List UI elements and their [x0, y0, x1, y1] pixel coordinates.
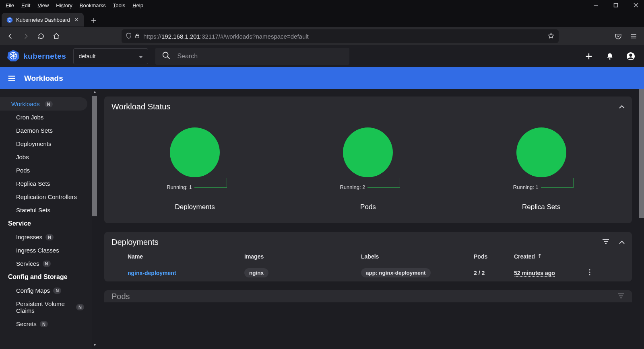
- menu-view[interactable]: View: [34, 2, 52, 9]
- col-name[interactable]: Name: [128, 253, 244, 260]
- nav-back-button[interactable]: [4, 30, 17, 43]
- url-bar[interactable]: https://192.168.1.201:32117/#/workloads?…: [122, 29, 559, 43]
- menu-file[interactable]: File: [2, 2, 17, 9]
- window-maximize-button[interactable]: [610, 1, 621, 10]
- menu-history[interactable]: History: [53, 2, 75, 9]
- badge-n: N: [45, 101, 53, 107]
- sidebar-section-service: Service: [0, 217, 92, 230]
- search-box[interactable]: [155, 48, 349, 65]
- new-tab-button[interactable]: [88, 14, 100, 27]
- collapse-card-icon[interactable]: [619, 239, 625, 246]
- url-text: https://192.168.1.201:32117/#/workloads?…: [143, 33, 309, 40]
- sidebar-item-jobs[interactable]: Jobs: [0, 150, 92, 164]
- card-title: Workload Status: [111, 102, 170, 111]
- card-deployments: Deployments Name Images Labels Pods: [104, 232, 632, 281]
- sidebar-item-statefulsets[interactable]: Stateful Sets: [0, 203, 92, 217]
- sidebar-item-replicasets[interactable]: Replica Sets: [0, 177, 92, 190]
- image-chip: nginx: [244, 268, 268, 277]
- menu-help[interactable]: Help: [129, 2, 147, 9]
- nav-drawer-toggle[interactable]: [6, 72, 18, 84]
- pods-cell: 2 / 2: [474, 270, 514, 276]
- table-header: Name Images Labels Pods Created: [104, 249, 632, 264]
- donut-legend: Running: 1: [167, 184, 192, 190]
- sidebar-item-label: Secrets: [16, 320, 37, 327]
- nav-reload-button[interactable]: [35, 30, 47, 43]
- svg-line-22: [167, 57, 170, 59]
- user-account-icon[interactable]: [626, 52, 635, 61]
- sidebar-item-pods[interactable]: Pods: [0, 164, 92, 177]
- row-actions-kebab-icon[interactable]: [589, 270, 590, 277]
- sidebar-item-label: Cron Jobs: [16, 114, 43, 121]
- svg-rect-8: [136, 35, 139, 38]
- donut-legend: Running: 1: [513, 184, 539, 190]
- filter-icon[interactable]: [602, 239, 609, 246]
- sidebar-item-workloads[interactable]: Workloads N: [0, 97, 87, 111]
- browser-navbar: https://192.168.1.201:32117/#/workloads?…: [0, 27, 644, 45]
- label-chip: app: nginx-deployment: [361, 268, 431, 277]
- deployment-link[interactable]: nginx-deployment: [128, 270, 244, 276]
- scroll-up-icon[interactable]: ▴: [92, 89, 97, 96]
- sidebar-item-cronjobs[interactable]: Cron Jobs: [0, 111, 92, 124]
- filter-icon[interactable]: [617, 293, 625, 300]
- app-menu-icon[interactable]: [627, 30, 640, 43]
- brand[interactable]: kubernetes: [7, 49, 66, 63]
- search-input[interactable]: [176, 52, 343, 60]
- sidebar-item-replicationcontrollers[interactable]: Replication Controllers: [0, 190, 92, 203]
- donut-label: Deployments: [175, 203, 215, 211]
- window-close-button[interactable]: [630, 1, 642, 10]
- search-icon: [162, 51, 171, 61]
- sidebar-item-label: Replication Controllers: [16, 193, 77, 200]
- sidebar-section-config: Config and Storage: [0, 270, 92, 284]
- pocket-icon[interactable]: [612, 30, 625, 43]
- menu-bookmarks[interactable]: Bookmarks: [76, 2, 109, 9]
- table-row[interactable]: nginx-deployment nginx app: nginx-deploy…: [104, 264, 632, 281]
- sidebar-item-daemonsets[interactable]: Daemon Sets: [0, 124, 92, 137]
- tab-close-icon[interactable]: ✕: [74, 16, 79, 23]
- donut-legend: Running: 2: [340, 184, 365, 190]
- svg-marker-4: [7, 17, 13, 23]
- col-images[interactable]: Images: [244, 253, 361, 260]
- sidebar-item-ingressclasses[interactable]: Ingress Classes: [0, 244, 92, 257]
- card-title: Deployments: [111, 238, 159, 247]
- svg-rect-1: [614, 4, 618, 7]
- sidebar-item-secrets[interactable]: Secrets N: [0, 317, 92, 331]
- namespace-value: default: [78, 53, 95, 60]
- card-workload-status: Workload Status Running: 1: [104, 96, 632, 223]
- browser-menubar: File Edit View History Bookmarks Tools H…: [0, 0, 644, 10]
- nav-forward-button[interactable]: [19, 30, 32, 43]
- window-minimize-button[interactable]: [590, 1, 601, 10]
- bookmark-star-icon[interactable]: [547, 32, 555, 41]
- scroll-down-icon[interactable]: ▾: [92, 343, 97, 349]
- main-content: Workload Status Running: 1: [97, 89, 639, 349]
- menu-edit[interactable]: Edit: [18, 2, 33, 9]
- sidebar-item-label: Pods: [16, 167, 30, 174]
- sidebar-item-ingresses[interactable]: Ingresses N: [0, 230, 92, 244]
- create-resource-button[interactable]: [584, 52, 593, 61]
- sidebar-item-label: Ingress Classes: [16, 247, 59, 254]
- notifications-icon[interactable]: [605, 52, 614, 61]
- svg-point-25: [609, 58, 610, 60]
- collapse-card-icon[interactable]: [619, 104, 625, 110]
- sidebar-scrollbar[interactable]: ▴ ▾: [92, 89, 97, 349]
- page-header-bar: Workloads: [0, 67, 644, 89]
- namespace-select[interactable]: default: [73, 48, 148, 64]
- sidebar-item-services[interactable]: Services N: [0, 257, 92, 270]
- nav-home-button[interactable]: [50, 30, 63, 43]
- sidebar-item-deployments[interactable]: Deployments: [0, 137, 92, 150]
- menu-tools[interactable]: Tools: [110, 2, 128, 9]
- col-labels[interactable]: Labels: [361, 253, 474, 260]
- tab-strip: Kubernetes Dashboard ✕: [0, 10, 644, 27]
- sidebar-item-configmaps[interactable]: Config Maps N: [0, 284, 92, 297]
- main-scrollbar[interactable]: [639, 89, 644, 349]
- sort-asc-icon: [537, 253, 542, 260]
- donut-deployments: Running: 1 Deployments: [108, 127, 281, 211]
- col-pods[interactable]: Pods: [474, 253, 514, 260]
- sidebar-item-pvcs[interactable]: Persistent Volume Claims N: [0, 297, 92, 317]
- shield-icon[interactable]: [126, 33, 132, 40]
- card-pods-peek: Pods: [104, 290, 632, 302]
- lock-icon[interactable]: [134, 33, 140, 40]
- col-created[interactable]: Created: [514, 253, 574, 260]
- sidebar-item-label: Jobs: [16, 154, 29, 160]
- donut-pods: Running: 2 Pods: [281, 127, 454, 211]
- browser-tab[interactable]: Kubernetes Dashboard ✕: [2, 13, 84, 27]
